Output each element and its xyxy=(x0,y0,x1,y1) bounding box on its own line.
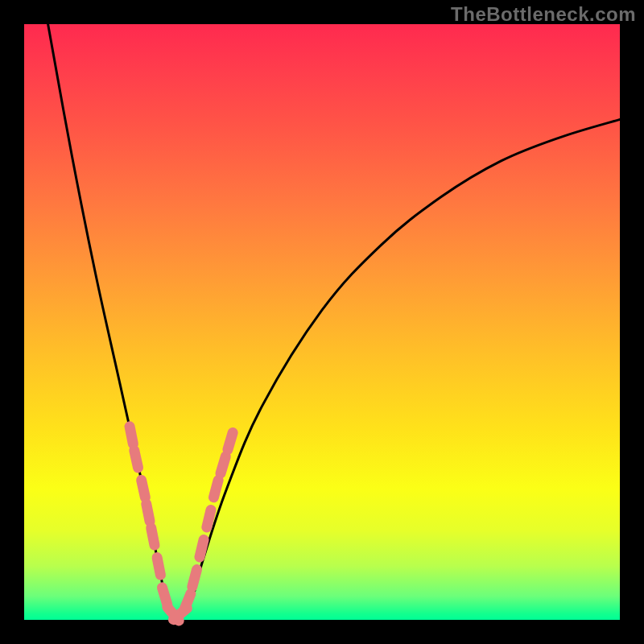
plot-area xyxy=(24,24,620,620)
highlight-marker xyxy=(157,558,160,576)
highlight-marker xyxy=(162,588,167,605)
watermark-text: TheBottleneck.com xyxy=(451,3,636,26)
highlight-marker xyxy=(221,456,225,473)
highlight-marker xyxy=(147,504,150,522)
highlight-marker xyxy=(207,510,211,527)
highlight-marker xyxy=(200,540,204,557)
chart-frame: TheBottleneck.com xyxy=(0,0,644,644)
highlight-marker xyxy=(213,481,218,497)
highlight-marker xyxy=(192,570,197,587)
highlight-markers xyxy=(130,427,233,621)
highlight-marker xyxy=(130,427,133,444)
highlight-marker xyxy=(184,594,191,610)
highlight-marker xyxy=(134,450,138,467)
bottleneck-curve xyxy=(48,24,620,614)
highlight-marker xyxy=(151,528,155,546)
highlight-marker xyxy=(142,480,146,497)
curve-layer xyxy=(24,24,620,620)
highlight-marker xyxy=(228,432,233,449)
